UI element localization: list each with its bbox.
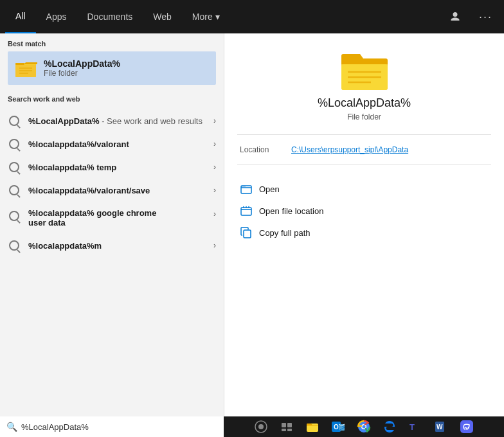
right-panel-title: %LocalAppData% bbox=[318, 96, 411, 110]
search-icon-2 bbox=[8, 138, 21, 150]
folder-icon-small bbox=[14, 57, 37, 80]
taskbar-file-explorer[interactable] bbox=[301, 416, 324, 437]
taskbar: 🔍 %LocalAppData% bbox=[0, 416, 504, 437]
tab-apps[interactable]: Apps bbox=[36, 0, 77, 33]
svg-rect-3 bbox=[15, 63, 24, 65]
chevron-right-icon-1: › bbox=[213, 116, 216, 125]
search-result-text-1: %LocalAppData% - See work and web result… bbox=[28, 116, 213, 126]
search-result-text-4: %localappdata%/valorant/save bbox=[28, 186, 213, 195]
folder-icon-large bbox=[339, 49, 390, 96]
best-match-section: Best match bbox=[0, 33, 224, 89]
best-match-text: %LocalAppData% File folder bbox=[44, 58, 120, 78]
search-icon-5 bbox=[8, 210, 21, 222]
tab-documents[interactable]: Documents bbox=[76, 0, 143, 33]
main-content: Best match bbox=[0, 33, 504, 416]
tab-all[interactable]: All bbox=[5, 0, 36, 33]
search-result-3[interactable]: %localappdata% temp › bbox=[0, 156, 224, 179]
search-icon-6 bbox=[8, 239, 21, 252]
svg-rect-21 bbox=[287, 429, 292, 431]
svg-rect-32 bbox=[460, 420, 473, 433]
svg-rect-18 bbox=[282, 423, 286, 427]
action-copy-full-path-label: Copy full path bbox=[259, 228, 310, 238]
taskbar-task-view[interactable] bbox=[275, 416, 298, 437]
open-location-icon bbox=[240, 204, 253, 217]
chevron-down-icon: ▾ bbox=[215, 12, 220, 22]
best-match-label: Best match bbox=[8, 40, 216, 48]
taskbar-teams[interactable]: T bbox=[404, 416, 427, 437]
divider-bottom bbox=[237, 165, 491, 165]
svg-text:T: T bbox=[410, 422, 415, 432]
svg-rect-13 bbox=[241, 208, 251, 215]
nav-right-icons: ··· bbox=[443, 0, 499, 33]
search-result-text-5: %localappdata% google chromeuser data bbox=[28, 208, 213, 227]
taskbar-word[interactable]: W bbox=[429, 416, 453, 437]
action-open-file-location[interactable]: Open file location bbox=[237, 200, 491, 222]
location-row: Location C:\Users\erpsupport_sipl\AppDat… bbox=[237, 145, 491, 154]
svg-rect-25 bbox=[339, 424, 345, 431]
taskbar-chrome[interactable] bbox=[352, 416, 375, 437]
search-web-label: Search work and web bbox=[8, 95, 216, 103]
tab-web[interactable]: Web bbox=[143, 0, 182, 33]
search-icon-4 bbox=[8, 184, 21, 197]
search-result-4[interactable]: %localappdata%/valorant/save › bbox=[0, 179, 224, 202]
taskbar-search[interactable]: 🔍 %LocalAppData% bbox=[0, 416, 224, 437]
taskbar-search-icon: 🔍 bbox=[6, 422, 17, 432]
location-value[interactable]: C:\Users\erpsupport_sipl\AppData bbox=[291, 145, 408, 154]
action-list: Open Open file location bbox=[237, 178, 491, 244]
chevron-right-icon-2: › bbox=[213, 139, 216, 148]
left-panel: Best match bbox=[0, 33, 224, 416]
chevron-right-icon-5: › bbox=[213, 210, 216, 219]
taskbar-search-text: %LocalAppData% bbox=[21, 422, 89, 432]
search-result-text-3: %localappdata% temp bbox=[28, 163, 213, 172]
search-result-2[interactable]: %localappdata%/valorant › bbox=[0, 132, 224, 156]
right-panel: %LocalAppData% File folder Location C:\U… bbox=[224, 33, 504, 416]
taskbar-icons: O T bbox=[224, 416, 504, 437]
taskbar-outlook[interactable]: O bbox=[327, 416, 350, 437]
action-open-label: Open bbox=[259, 184, 280, 194]
taskbar-discord[interactable] bbox=[455, 416, 478, 437]
best-match-title: %LocalAppData% bbox=[44, 58, 120, 69]
action-copy-full-path[interactable]: Copy full path bbox=[237, 222, 491, 244]
chevron-right-icon-3: › bbox=[213, 163, 216, 172]
more-options-btn[interactable]: ··· bbox=[473, 0, 499, 33]
search-result-text-6: %localappdata%m bbox=[28, 241, 213, 251]
svg-text:O: O bbox=[334, 424, 339, 431]
svg-rect-20 bbox=[282, 429, 286, 431]
best-match-item[interactable]: %LocalAppData% File folder bbox=[8, 51, 216, 85]
chevron-right-icon-6: › bbox=[213, 241, 216, 250]
svg-point-28 bbox=[363, 425, 366, 429]
taskbar-windows-search[interactable] bbox=[249, 416, 273, 437]
search-icon-3 bbox=[8, 161, 21, 174]
top-nav: All Apps Documents Web More ▾ ··· bbox=[0, 0, 504, 33]
svg-point-17 bbox=[258, 424, 264, 429]
open-folder-icon bbox=[240, 183, 253, 195]
user-icon-btn[interactable] bbox=[443, 0, 467, 33]
search-icon-1 bbox=[8, 114, 21, 127]
svg-point-33 bbox=[465, 427, 466, 428]
search-web-section: Search work and web bbox=[0, 89, 224, 109]
location-label: Location bbox=[240, 145, 291, 154]
action-open-file-location-label: Open file location bbox=[259, 206, 323, 216]
best-match-subtitle: File folder bbox=[44, 69, 120, 78]
copy-icon bbox=[240, 226, 253, 239]
search-result-text-2: %localappdata%/valorant bbox=[28, 139, 213, 149]
chevron-right-icon-4: › bbox=[213, 186, 216, 195]
svg-point-34 bbox=[468, 427, 469, 428]
action-open[interactable]: Open bbox=[237, 178, 491, 200]
tab-more[interactable]: More ▾ bbox=[182, 0, 230, 33]
right-panel-subtitle: File folder bbox=[347, 112, 381, 121]
svg-rect-15 bbox=[244, 230, 251, 238]
taskbar-edge[interactable] bbox=[378, 416, 401, 437]
svg-text:W: W bbox=[437, 424, 443, 431]
search-result-6[interactable]: %localappdata%m › bbox=[0, 234, 224, 257]
search-result-5[interactable]: %localappdata% google chromeuser data › bbox=[0, 202, 224, 234]
svg-rect-19 bbox=[287, 423, 292, 427]
search-result-1[interactable]: %LocalAppData% - See work and web result… bbox=[0, 109, 224, 132]
divider-top bbox=[237, 134, 491, 135]
